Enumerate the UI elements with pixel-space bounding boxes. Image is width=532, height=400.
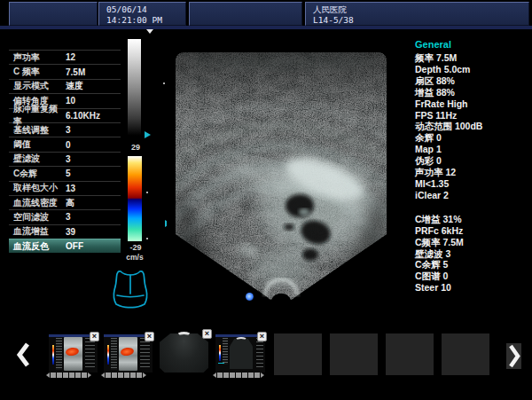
c-info-frequency: C频率 7.5M [415,237,528,248]
pager-prev-icon[interactable] [101,373,105,378]
body-mark-abdomen-icon [110,267,151,310]
param-color-invert[interactable]: 血流反色OFF [9,239,121,253]
param-c-persistence[interactable]: C余辉5 [9,166,121,180]
topbar-box-blank-left [9,2,98,26]
probe-model: L14-5/38 [313,15,528,26]
focus-marker-icon [146,29,153,34]
ultrasound-image-canvas[interactable] [167,44,395,303]
pager-next-icon[interactable] [88,373,91,378]
probe-orientation-dot-icon [246,293,254,301]
param-line-density[interactable]: 血流线密度高 [9,195,121,209]
param-c-frequency[interactable]: C 频率7.5M [9,64,121,78]
param-color-gain[interactable]: 血流增益39 [9,224,121,239]
info-dynamic-range: 动态范围 100dB [415,121,528,132]
close-icon[interactable]: × [145,332,154,341]
topbar-box-patient [189,2,302,26]
info-mi: MI<1.35 [415,178,528,190]
thumbnail-doppler-3[interactable]: × [215,334,265,373]
param-threshold[interactable]: 阈值0 [9,137,121,151]
param-packet-size[interactable]: 取样包大小13 [9,181,121,195]
thumbnail-slot-empty [386,333,434,375]
thumbnail-pager[interactable] [101,373,146,378]
close-icon[interactable]: × [202,329,212,339]
topbar-datetime: 05/06/14 14:21:00 PM [98,2,186,26]
ultrasound-screen: 05/06/14 14:21:00 PM 人民医院 L14-5/38 声功率12… [0,0,532,400]
tick-dot-icon [146,238,148,239]
info-persistence: 余辉 0 [415,132,528,144]
info-frequency: 频率 7.5M [415,52,528,64]
info-sector: 扇区 88% [415,75,528,87]
param-baseline[interactable]: 基线调整3 [9,122,121,137]
pager-next-icon[interactable] [143,373,146,378]
velocity-unit-label: cm/s [123,253,146,262]
param-spatial-filter[interactable]: 空间滤波3 [9,209,121,224]
thumbnail-bmode[interactable]: × [158,332,210,374]
thumbnail-doppler-1[interactable]: × [49,334,98,373]
info-fps: FPS 11Hz [415,110,528,122]
param-wall-filter[interactable]: 壁滤波3 [9,152,121,166]
close-icon[interactable]: × [257,332,267,341]
close-icon[interactable]: × [90,332,99,341]
info-gain: 增益 88% [415,87,528,98]
thumbnail-doppler-2[interactable]: × [104,334,153,373]
velocity-min-label: -29 [124,243,147,252]
topbar-hospital-probe: 人民医院 L14-5/38 [305,2,529,26]
date-text: 05/06/14 [106,4,185,15]
gain-pointer-icon [145,131,151,138]
time-text: 14:21:00 PM [106,15,185,26]
image-info-panel: General 频率 7.5M Depth 5.0cm 扇区 88% 增益 88… [415,39,528,294]
grayscale-bar [128,39,141,138]
c-info-wall-filter: 壁滤波 3 [415,248,528,260]
velocity-max-label: 29 [124,143,147,152]
info-chroma: 伪彩 0 [415,155,528,167]
filmstrip-next-button[interactable] [506,343,521,369]
info-title: General [415,39,528,50]
info-iclear: iClear 2 [415,190,528,201]
info-frame-rate: FrRate High [415,98,528,110]
parameter-menu: 声功率12 C 频率7.5M 显示模式速度 偏转角度10 脉冲重复频率6.10K… [9,50,121,253]
param-acoustic-power[interactable]: 声功率12 [9,50,121,64]
info-acoustic-power: 声功率 12 [415,167,528,178]
c-info-persistence: C余辉 5 [415,259,528,271]
chevron-right-icon [506,343,521,369]
c-info-prf: PRFc 6kHz [415,225,528,237]
thumbnail-slot-empty [274,333,322,375]
info-map: Map 1 [415,144,528,155]
thumbnail-slot-empty [330,333,378,375]
c-info-gain: C增益 31% [415,214,528,225]
pager-prev-icon[interactable] [213,373,216,378]
c-info-map: C图谱 0 [415,271,528,282]
tick-dot-icon [146,192,148,193]
param-display-mode[interactable]: 显示模式速度 [9,79,121,93]
c-info-steer: Steer 10 [415,282,528,294]
filmstrip-prev-button[interactable] [16,341,30,368]
thumbnail-slot-empty [442,333,489,375]
color-velocity-bar [128,156,142,241]
thumbnail-pager[interactable] [213,373,264,378]
hospital-name: 人民医院 [313,4,528,15]
info-depth: Depth 5.0cm [415,64,528,75]
tick-dot-icon [163,82,165,84]
pager-prev-icon[interactable] [46,373,50,378]
color-info-block: C增益 31% PRFc 6kHz C频率 7.5M 壁滤波 3 C余辉 5 C… [415,214,528,294]
topbar-strip [0,26,532,29]
pager-next-icon[interactable] [261,373,264,378]
thumbnail-pager[interactable] [46,373,91,378]
param-prf[interactable]: 脉冲重复频率6.10KHz [9,108,121,122]
